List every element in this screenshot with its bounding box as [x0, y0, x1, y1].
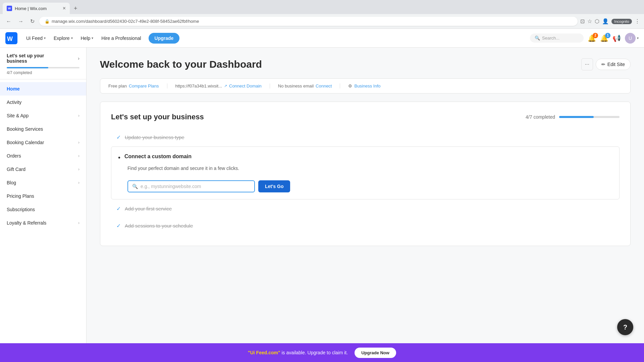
sidebar-item-home[interactable]: Home: [0, 82, 86, 96]
banner-highlight: "Ui Feed.com": [248, 350, 280, 355]
domain-search-icon: 🔍: [132, 184, 138, 189]
main-content: Welcome back to your Dashboard ··· ✏ Edi…: [87, 48, 644, 362]
card-progress-fill: [559, 116, 594, 118]
back-button[interactable]: ←: [4, 17, 13, 26]
upgrade-now-button[interactable]: Upgrade Now: [355, 348, 396, 358]
sidebar-item-loyalty-referrals[interactable]: Loyalty & Referrals ›: [0, 216, 86, 230]
address-input[interactable]: 🔒 manage.wix.com/dashboard/d5602430-02c7…: [39, 17, 578, 26]
loyalty-referrals-label: Loyalty & Referrals: [7, 220, 46, 226]
megaphone-symbol: 📢: [612, 35, 621, 42]
upgrade-button[interactable]: Upgrade: [149, 33, 180, 44]
sidebar-item-site-app[interactable]: Site & App ›: [0, 109, 86, 122]
forward-button[interactable]: →: [16, 17, 25, 26]
topbar-right: 🔍 Search... 🔔 2 🔔 1 📢 U ▾: [530, 33, 639, 44]
lets-go-button[interactable]: Let's Go: [258, 180, 290, 192]
banner-text-suffix: is available. Upgrade to claim it.: [281, 350, 348, 355]
check-icon-service: ✓: [116, 205, 121, 212]
profile-icon[interactable]: 👤: [602, 18, 609, 24]
card-progress-bar: [559, 116, 620, 118]
reload-button[interactable]: ↻: [28, 17, 37, 26]
sidebar: Let's set up yourbusiness › 4/7 complete…: [0, 48, 87, 362]
wix-logo: W: [5, 32, 17, 44]
active-dot-icon: •: [118, 154, 120, 161]
checklist-item-update-type[interactable]: ✓ Update your business type: [111, 129, 620, 145]
connect-domain-link[interactable]: Connect Domain: [229, 83, 262, 88]
help-bubble-button[interactable]: ?: [617, 319, 633, 335]
sidebar-item-booking-services[interactable]: Booking Services: [0, 122, 86, 136]
avatar-button[interactable]: U ▾: [625, 33, 639, 44]
user-avatar: U: [625, 33, 636, 44]
orders-chevron: ›: [78, 154, 79, 158]
plan-info: Free plan Compare Plans: [108, 83, 167, 88]
domain-search-input[interactable]: [141, 184, 250, 189]
topbar-nav: Ui Feed ▾ Explore ▾ Help ▾ Hire a Profes…: [23, 34, 145, 43]
avatar-chevron: ▾: [637, 36, 639, 40]
free-plan-label: Free plan: [108, 83, 127, 88]
nav-item-hire[interactable]: Hire a Professional: [98, 34, 144, 43]
blog-chevron: ›: [78, 180, 79, 185]
more-options-button[interactable]: ···: [581, 58, 593, 70]
connect-email-link[interactable]: Connect: [316, 83, 332, 88]
booking-calendar-label: Booking Calendar: [7, 140, 44, 145]
activity-label: Activity: [7, 100, 21, 105]
setup-chevron-icon: ›: [78, 56, 79, 61]
booking-services-label: Booking Services: [7, 126, 43, 132]
cast-icon[interactable]: ⊡: [580, 18, 585, 24]
nav-item-explore[interactable]: Explore ▾: [50, 34, 76, 43]
notifications-icon[interactable]: 🔔 2: [588, 34, 596, 42]
domain-item-title: Connect a custom domain: [124, 154, 192, 160]
sidebar-item-subscriptions[interactable]: Subscriptions: [0, 203, 86, 216]
explore-chevron: ▾: [71, 36, 73, 40]
menu-icon[interactable]: ⋮: [635, 18, 640, 24]
business-info-link[interactable]: Business Info: [354, 83, 380, 88]
gift-card-label: Gift Card: [7, 167, 25, 172]
sidebar-nav: Home Activity Site & App › Booking Servi…: [0, 79, 86, 350]
tab-bar: W Home | Wix.com × +: [0, 0, 644, 14]
tab-title: Home | Wix.com: [15, 6, 47, 11]
edit-site-button[interactable]: ✏ Edit Site: [596, 59, 631, 70]
business-info[interactable]: ⚙ Business Info: [340, 83, 388, 88]
megaphone-icon[interactable]: 📢: [612, 34, 621, 42]
banner-text: "Ui Feed.com" is available. Upgrade to c…: [248, 350, 348, 355]
explore-label: Explore: [54, 36, 69, 41]
incognito-badge: Incognito: [611, 19, 632, 24]
domain-search-input-wrap[interactable]: 🔍: [127, 180, 255, 192]
nav-item-ui-feed[interactable]: Ui Feed ▾: [23, 34, 49, 43]
pencil-icon: ✏: [601, 62, 605, 67]
checklist-item-service[interactable]: ✓ Add your first service: [111, 201, 620, 217]
compare-plans-link[interactable]: Compare Plans: [129, 83, 159, 88]
ui-feed-label: Ui Feed: [26, 36, 43, 41]
search-bar[interactable]: 🔍 Search...: [530, 34, 584, 43]
subscriptions-label: Subscriptions: [7, 207, 35, 212]
setup-card-header: Let's set up your business 4/7 completed: [111, 113, 620, 121]
sidebar-item-orders[interactable]: Orders ›: [0, 149, 86, 163]
check-icon-sessions: ✓: [116, 223, 121, 229]
sidebar-progress-bar: [7, 67, 79, 68]
site-app-chevron: ›: [78, 113, 79, 118]
extensions-icon[interactable]: ⬡: [595, 18, 599, 24]
tab-close-btn[interactable]: ×: [63, 5, 66, 11]
domain-input-row: 🔍 Let's Go: [127, 180, 290, 192]
app-layout: Let's set up yourbusiness › 4/7 complete…: [0, 48, 644, 362]
domain-item-desc: Find your perfect domain and secure it i…: [127, 166, 239, 171]
sidebar-item-blog[interactable]: Blog ›: [0, 176, 86, 189]
setup-card-title: Let's set up your business: [111, 113, 204, 121]
setup-progress-label: 4/7 completed: [526, 114, 555, 120]
info-bar: Free plan Compare Plans https://f07a34b1…: [100, 78, 631, 94]
checklist-item-domain[interactable]: • Connect a custom domain Find your perf…: [111, 146, 620, 199]
sidebar-item-pricing-plans[interactable]: Pricing Plans: [0, 189, 86, 203]
address-bar: ← → ↻ 🔒 manage.wix.com/dashboard/d560243…: [0, 14, 644, 28]
setup-section[interactable]: Let's set up yourbusiness › 4/7 complete…: [0, 48, 86, 79]
browser-tab[interactable]: W Home | Wix.com ×: [3, 3, 70, 14]
bookmark-icon[interactable]: ☆: [587, 18, 592, 24]
alerts-icon[interactable]: 🔔 1: [600, 34, 608, 42]
new-tab-button[interactable]: +: [71, 4, 80, 13]
sidebar-item-gift-card[interactable]: Gift Card ›: [0, 163, 86, 176]
checklist-item-sessions[interactable]: ✓ Add sessions to your schedule: [111, 218, 620, 234]
sidebar-item-booking-calendar[interactable]: Booking Calendar ›: [0, 136, 86, 149]
nav-item-help[interactable]: Help ▾: [77, 34, 97, 43]
gift-card-chevron: ›: [78, 167, 79, 172]
hire-label: Hire a Professional: [101, 36, 141, 41]
sidebar-item-activity[interactable]: Activity: [0, 96, 86, 109]
setup-completed-text: 4/7 completed: [7, 70, 79, 75]
